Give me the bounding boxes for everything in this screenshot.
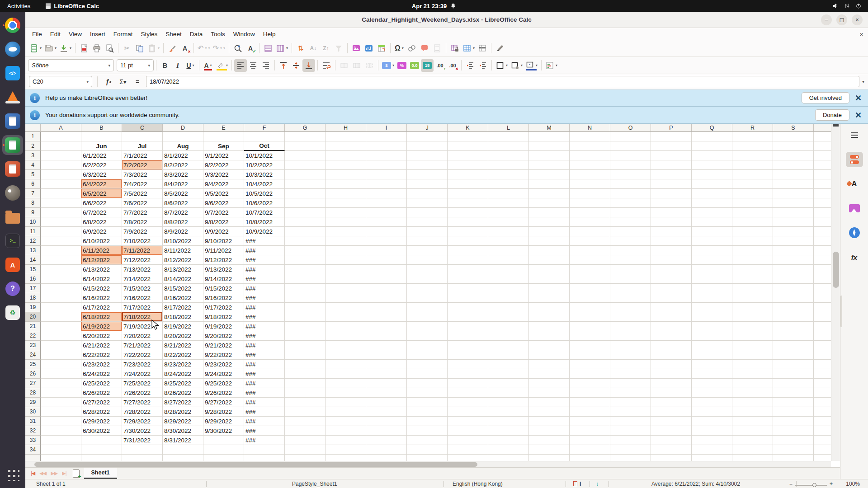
cell-I6[interactable] [366, 179, 407, 189]
cell-S20[interactable] [773, 312, 814, 322]
cell-C21[interactable]: 7/19/2022 [122, 322, 163, 331]
cell-P10[interactable] [651, 217, 692, 227]
column-header-A[interactable]: A [41, 124, 81, 132]
cell-D15[interactable]: 8/13/2022 [163, 265, 203, 274]
cell-Q11[interactable] [692, 227, 732, 236]
cell-Q24[interactable] [692, 350, 732, 360]
cell-K8[interactable] [448, 198, 488, 208]
cell-R9[interactable] [732, 208, 773, 217]
cell-I10[interactable] [366, 217, 407, 227]
cell-K21[interactable] [448, 322, 488, 331]
cell-K4[interactable] [448, 160, 488, 170]
cell-J11[interactable] [407, 227, 448, 236]
cell-E34[interactable] [203, 445, 244, 455]
cell-G10[interactable] [285, 217, 326, 227]
cell-C31[interactable]: 7/29/2022 [122, 417, 163, 426]
cell-H33[interactable] [326, 436, 366, 445]
cell-I15[interactable] [366, 265, 407, 274]
column-header-P[interactable]: P [651, 124, 692, 132]
cell-A17[interactable] [41, 284, 81, 293]
cell-G18[interactable] [285, 293, 326, 303]
sidebar-styles-icon[interactable]: A [846, 176, 863, 192]
cell-E17[interactable]: 9/15/2022 [203, 284, 244, 293]
cell-N29[interactable] [570, 398, 610, 407]
cell-E5[interactable]: 9/3/2022 [203, 170, 244, 179]
align-right-icon[interactable] [259, 59, 272, 72]
cell-D14[interactable]: 8/12/2022 [163, 255, 203, 265]
align-top-icon[interactable] [277, 59, 290, 72]
close-button[interactable]: × [852, 14, 863, 25]
cell-M11[interactable] [529, 227, 570, 236]
cell-H11[interactable] [326, 227, 366, 236]
cell-O32[interactable] [610, 426, 651, 436]
cell-S16[interactable] [773, 274, 814, 284]
cell-J33[interactable] [407, 436, 448, 445]
row-header-2[interactable]: 2 [25, 141, 41, 151]
cell-D30[interactable]: 8/28/2022 [163, 407, 203, 417]
cell-B22[interactable]: 6/20/2022 [81, 331, 122, 341]
cell-J16[interactable] [407, 274, 448, 284]
cell-I27[interactable] [366, 379, 407, 388]
cell-J14[interactable] [407, 255, 448, 265]
cell-G17[interactable] [285, 284, 326, 293]
cell-H25[interactable] [326, 360, 366, 369]
cell-L34[interactable] [488, 445, 529, 455]
clone-formatting-icon[interactable] [166, 42, 179, 55]
align-left-icon[interactable] [234, 59, 247, 72]
cell-K6[interactable] [448, 179, 488, 189]
formula-input[interactable] [146, 76, 859, 87]
cell-J6[interactable] [407, 179, 448, 189]
cell-A10[interactable] [41, 217, 81, 227]
cell-O21[interactable] [610, 322, 651, 331]
cell-P32[interactable] [651, 426, 692, 436]
selection-mode-icon[interactable]: ↓ [596, 481, 599, 487]
cell-J29[interactable] [407, 398, 448, 407]
cell-G24[interactable] [285, 350, 326, 360]
menu-tools[interactable]: Tools [207, 30, 229, 38]
cell-K3[interactable] [448, 151, 488, 160]
cell-O26[interactable] [610, 369, 651, 379]
cell-I16[interactable] [366, 274, 407, 284]
cell-D12[interactable]: 8/10/2022 [163, 236, 203, 246]
cell-F15[interactable]: ### [244, 265, 285, 274]
cell-H21[interactable] [326, 322, 366, 331]
cell-N21[interactable] [570, 322, 610, 331]
cell-E8[interactable]: 9/6/2022 [203, 198, 244, 208]
cell-O12[interactable] [610, 236, 651, 246]
cell-M32[interactable] [529, 426, 570, 436]
cell-B23[interactable]: 6/21/2022 [81, 341, 122, 350]
menu-insert[interactable]: Insert [86, 30, 109, 38]
cell-F17[interactable]: ### [244, 284, 285, 293]
open-file-icon[interactable]: ▾ [43, 42, 58, 55]
cell-N25[interactable] [570, 360, 610, 369]
cell-N6[interactable] [570, 179, 610, 189]
cell-D34[interactable] [163, 445, 203, 455]
cell-C14[interactable]: 7/12/2022 [122, 255, 163, 265]
cell-H13[interactable] [326, 246, 366, 255]
cell-B29[interactable]: 6/27/2022 [81, 398, 122, 407]
cell-P13[interactable] [651, 246, 692, 255]
column-header-S[interactable]: S [773, 124, 814, 132]
cell-S30[interactable] [773, 407, 814, 417]
cell-G6[interactable] [285, 179, 326, 189]
cell-E15[interactable]: 9/13/2022 [203, 265, 244, 274]
cell-F21[interactable]: ### [244, 322, 285, 331]
cell-G20[interactable] [285, 312, 326, 322]
sidebar-navigator-icon[interactable] [846, 225, 863, 240]
cell-M31[interactable] [529, 417, 570, 426]
column-header-B[interactable]: B [81, 124, 122, 132]
zoom-in-icon[interactable]: + [830, 481, 833, 487]
cell-N5[interactable] [570, 170, 610, 179]
cell-D31[interactable]: 8/29/2022 [163, 417, 203, 426]
cell-J15[interactable] [407, 265, 448, 274]
cell-O2[interactable] [610, 141, 651, 151]
cell-R22[interactable] [732, 331, 773, 341]
cell-D24[interactable]: 8/22/2022 [163, 350, 203, 360]
cell-O6[interactable] [610, 179, 651, 189]
cell-Q21[interactable] [692, 322, 732, 331]
cell-J21[interactable] [407, 322, 448, 331]
cell-O27[interactable] [610, 379, 651, 388]
cell-B17[interactable]: 6/15/2022 [81, 284, 122, 293]
cell-A12[interactable] [41, 236, 81, 246]
cell-K5[interactable] [448, 170, 488, 179]
